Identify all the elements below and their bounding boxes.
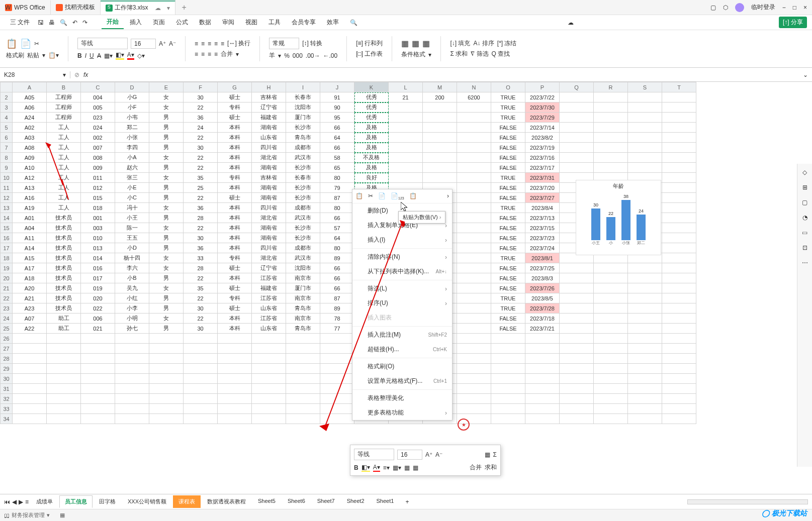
cell[interactable]: 山东省 [252,324,286,334]
cell[interactable]: 及格 [354,163,389,173]
cell[interactable] [662,283,696,293]
sidebar-icon-2[interactable]: ⊞ [802,184,807,191]
cell[interactable] [457,253,491,263]
cell[interactable] [149,404,184,414]
cell[interactable]: 021 [81,324,115,334]
share-button[interactable]: [↑] 分享 [779,17,807,28]
cell[interactable] [594,123,628,133]
mini-size-select[interactable]: 16 [397,450,422,460]
cell[interactable] [457,324,491,334]
font-name-select[interactable]: 等线 [77,38,128,49]
cell[interactable] [389,113,423,123]
cell[interactable]: 男 [149,243,184,253]
cell[interactable]: 长沙市 [286,233,320,243]
cell[interactable] [184,404,218,414]
col-header-P[interactable]: P [525,82,560,92]
cell[interactable] [286,334,320,344]
cell[interactable]: 22 [184,133,218,143]
cell[interactable]: 2023/7/27 [525,193,560,203]
cell[interactable] [423,133,457,143]
cell[interactable] [525,384,560,394]
row-header-20[interactable]: 20 [1,273,13,283]
cell[interactable] [662,143,696,153]
cell[interactable]: 022 [81,303,115,314]
ctx-paste-icon[interactable]: 📄 [378,192,386,200]
row-header-11[interactable]: 11 [1,183,13,193]
cell[interactable] [252,404,286,414]
row-header-3[interactable]: 3 [1,102,13,113]
cell[interactable] [662,173,696,183]
cell[interactable] [115,394,149,404]
cell[interactable] [525,374,560,384]
fx-label[interactable]: fx [83,71,88,78]
cell[interactable] [525,404,560,414]
cell[interactable] [560,133,594,143]
cell[interactable]: 77 [320,324,354,334]
cell[interactable]: 湖南省 [252,193,286,203]
cell[interactable]: 技术员 [47,223,81,233]
cell[interactable] [149,344,184,354]
cell[interactable] [389,123,423,133]
cell[interactable] [47,384,81,394]
cell[interactable]: 山东省 [252,303,286,314]
cell[interactable] [662,223,696,233]
sidebar-icon-4[interactable]: ◔ [802,214,807,221]
cell[interactable]: 016 [81,263,115,273]
cell[interactable]: 工人 [47,203,81,213]
cell[interactable]: A24 [13,113,47,123]
cell[interactable]: A18 [13,273,47,283]
cell[interactable] [13,394,47,404]
cell[interactable] [457,303,491,314]
cell[interactable]: 001 [81,213,115,223]
col-header-S[interactable]: S [628,82,662,92]
cell[interactable] [81,384,115,394]
mini-font-select[interactable]: 等线 [354,449,394,460]
cell[interactable]: 沈阳市 [286,102,320,113]
cell[interactable]: A03 [13,133,47,143]
row-header-23[interactable]: 23 [1,303,13,314]
cell[interactable] [184,344,218,354]
cell[interactable]: 2023/7/14 [525,123,560,133]
cell[interactable]: FALSE [491,263,525,273]
cell[interactable]: 江苏省 [252,293,286,303]
cell[interactable]: 女 [149,253,184,263]
cell[interactable]: 小王 [115,213,149,223]
format-painter-button[interactable]: 格式刷 [6,51,24,60]
cell[interactable]: A14 [13,243,47,253]
cell[interactable]: FALSE [491,223,525,233]
cell[interactable] [320,334,354,344]
row-header-27[interactable]: 27 [1,344,13,354]
cell[interactable]: 工程师 [47,113,81,123]
cell[interactable]: 30 [184,233,218,243]
cell[interactable] [13,414,47,424]
col-header-F[interactable]: F [184,82,218,92]
cell[interactable] [628,113,662,123]
cell[interactable] [628,414,662,424]
cell[interactable] [560,153,594,163]
font-size-select[interactable]: 16 [131,39,156,49]
cell[interactable] [423,163,457,173]
row-header-18[interactable]: 18 [1,253,13,263]
cell[interactable] [628,293,662,303]
cell[interactable]: 技术员 [47,253,81,263]
cell[interactable] [628,133,662,143]
cell[interactable]: 冯十 [115,203,149,213]
cell[interactable]: 30 [184,92,218,102]
cell[interactable]: 湖北省 [252,253,286,263]
cell[interactable] [389,143,423,153]
cell[interactable]: 辽宁省 [252,263,286,273]
cell[interactable] [423,123,457,133]
cell[interactable] [594,113,628,123]
cell[interactable]: 技术员 [47,233,81,243]
align-center-icon[interactable]: ≡ [201,51,205,58]
cell[interactable] [457,364,491,374]
cell[interactable] [525,354,560,364]
cell[interactable] [662,344,696,354]
cell[interactable] [560,92,594,102]
cell[interactable] [13,374,47,384]
cell[interactable] [320,354,354,364]
cell[interactable]: 66 [320,123,354,133]
new-tab-button[interactable]: + [175,3,192,12]
cell[interactable] [457,163,491,173]
dec-inc-button[interactable]: .00→ [306,52,320,59]
